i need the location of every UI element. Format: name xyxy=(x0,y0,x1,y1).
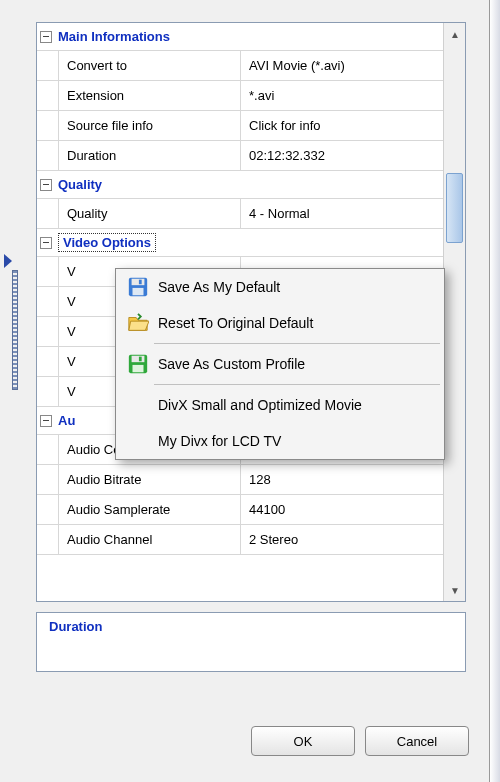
menu-reset-default[interactable]: Reset To Original Default xyxy=(116,305,444,341)
row-label: Extension xyxy=(59,81,241,110)
scrollbar-vertical[interactable]: ▲ ▼ xyxy=(443,23,465,601)
menu-profile-divx-small[interactable]: DivX Small and Optimized Movie xyxy=(116,387,444,423)
row-convert-to[interactable]: Convert to AVI Movie (*.avi) xyxy=(37,51,443,81)
section-video-options[interactable]: Video Options xyxy=(37,229,443,257)
section-title: Main Informations xyxy=(58,29,170,44)
section-title: Video Options xyxy=(58,233,156,252)
row-label: Audio Bitrate xyxy=(59,465,241,494)
section-main-info[interactable]: Main Informations xyxy=(37,23,443,51)
row-value[interactable]: Click for info xyxy=(241,111,443,140)
row-value[interactable]: 44100 xyxy=(241,495,443,524)
collapse-toggle-audio[interactable] xyxy=(40,415,52,427)
folder-open-icon xyxy=(124,309,152,337)
row-label: Source file info xyxy=(59,111,241,140)
minus-icon xyxy=(43,184,49,185)
svg-rect-1 xyxy=(132,279,145,285)
row-quality[interactable]: Quality 4 - Normal xyxy=(37,199,443,229)
settings-dialog: Main Informations Convert to AVI Movie (… xyxy=(0,0,490,782)
minus-icon xyxy=(43,36,49,37)
row-value[interactable]: *.avi xyxy=(241,81,443,110)
menu-separator xyxy=(154,343,440,344)
video-options-context-menu: Save As My Default Reset To Original Def… xyxy=(115,268,445,460)
row-duration[interactable]: Duration 02:12:32.332 xyxy=(37,141,443,171)
row-audio-channel[interactable]: Audio Channel 2 Stereo xyxy=(37,525,443,555)
row-source-file-info[interactable]: Source file info Click for info xyxy=(37,111,443,141)
menu-label: My Divx for LCD TV xyxy=(158,433,281,449)
scroll-track[interactable] xyxy=(444,45,465,579)
collapse-toggle-main-info[interactable] xyxy=(40,31,52,43)
menu-label: Reset To Original Default xyxy=(158,315,313,331)
row-audio-samplerate[interactable]: Audio Samplerate 44100 xyxy=(37,495,443,525)
floppy-disk-blue-icon xyxy=(124,273,152,301)
row-extension[interactable]: Extension *.avi xyxy=(37,81,443,111)
menu-profile-my-divx-lcd[interactable]: My Divx for LCD TV xyxy=(116,423,444,459)
scroll-down-icon[interactable]: ▼ xyxy=(444,579,466,601)
row-value[interactable]: 128 xyxy=(241,465,443,494)
menu-separator xyxy=(154,384,440,385)
svg-rect-7 xyxy=(139,357,142,362)
ok-button[interactable]: OK xyxy=(251,726,355,756)
right-edge-shadow xyxy=(490,0,500,782)
scroll-up-icon[interactable]: ▲ xyxy=(444,23,466,45)
svg-rect-6 xyxy=(133,365,144,372)
row-label: Duration xyxy=(59,141,241,170)
menu-save-as-default[interactable]: Save As My Default xyxy=(116,269,444,305)
section-quality[interactable]: Quality xyxy=(37,171,443,199)
expand-side-handle[interactable] xyxy=(2,260,16,400)
svg-rect-3 xyxy=(139,280,142,285)
row-label: Convert to xyxy=(59,51,241,80)
row-value[interactable]: 02:12:32.332 xyxy=(241,141,443,170)
menu-label: DivX Small and Optimized Movie xyxy=(158,397,362,413)
row-label: Quality xyxy=(59,199,241,228)
minus-icon xyxy=(43,420,49,421)
menu-label: Save As Custom Profile xyxy=(158,356,305,372)
row-value[interactable]: 2 Stereo xyxy=(241,525,443,554)
expand-arrow-icon xyxy=(4,254,12,268)
dialog-button-row: OK Cancel xyxy=(251,726,469,756)
scroll-thumb[interactable] xyxy=(446,173,463,243)
section-title: Au xyxy=(58,413,75,428)
svg-rect-2 xyxy=(133,288,144,295)
row-value[interactable]: 4 - Normal xyxy=(241,199,443,228)
row-value[interactable]: AVI Movie (*.avi) xyxy=(241,51,443,80)
svg-rect-5 xyxy=(132,356,145,362)
collapse-toggle-quality[interactable] xyxy=(40,179,52,191)
row-audio-bitrate[interactable]: Audio Bitrate 128 xyxy=(37,465,443,495)
section-title: Quality xyxy=(58,177,102,192)
menu-label: Save As My Default xyxy=(158,279,280,295)
description-title: Duration xyxy=(49,619,453,634)
row-label: Audio Samplerate xyxy=(59,495,241,524)
floppy-disk-green-icon xyxy=(124,350,152,378)
minus-icon xyxy=(43,242,49,243)
menu-save-custom-profile[interactable]: Save As Custom Profile xyxy=(116,346,444,382)
description-panel: Duration xyxy=(36,612,466,672)
row-label: Audio Channel xyxy=(59,525,241,554)
cancel-button[interactable]: Cancel xyxy=(365,726,469,756)
grip-icon xyxy=(12,270,18,390)
collapse-toggle-video[interactable] xyxy=(40,237,52,249)
